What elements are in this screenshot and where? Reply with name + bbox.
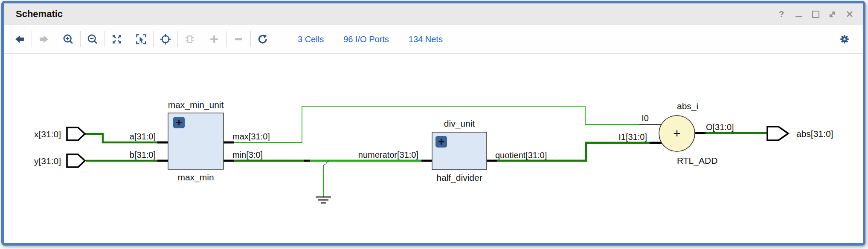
panel-title: Schematic	[4, 9, 63, 20]
gear-icon	[839, 34, 850, 45]
schematic-drawing: x[31:0] y[31:0] abs[31:0] + max_min_unit…	[4, 54, 863, 243]
schematic-canvas[interactable]: x[31:0] y[31:0] abs[31:0] + max_min_unit…	[4, 54, 863, 243]
port-abs[interactable]	[767, 127, 788, 140]
pin-a-label: a[31:0]	[130, 132, 156, 141]
nets-link[interactable]: 134 Nets	[409, 35, 443, 44]
minimize-icon	[795, 16, 802, 17]
toolbar-separator	[153, 31, 154, 47]
back-icon	[14, 33, 26, 45]
toolbar-separator	[177, 31, 178, 47]
port-y[interactable]	[67, 154, 85, 167]
autofit-button[interactable]	[156, 29, 175, 49]
gnd-ripper	[323, 161, 328, 166]
pin-min-label: min[3:0]	[232, 150, 263, 159]
expand-cone-button[interactable]	[180, 29, 200, 49]
minus-icon	[232, 33, 244, 45]
toolbar-separator	[202, 31, 202, 47]
expand-button-max-min[interactable]: +	[173, 116, 185, 128]
float-icon	[828, 9, 837, 19]
pin-i0-label: I0	[642, 113, 649, 123]
port-x-label: x[31:0]	[34, 129, 61, 139]
pin-quotient-label: quotient[31:0]	[495, 151, 547, 160]
zoom-fit-icon	[111, 33, 123, 45]
chip-icon	[184, 33, 196, 45]
zoom-selection-icon	[135, 33, 147, 45]
float-button[interactable]	[827, 9, 838, 20]
toolbar-separator	[80, 31, 81, 47]
cell-abs-i-type: RTL_ADD	[677, 156, 717, 166]
schematic-window: Schematic ?	[1, 1, 865, 246]
close-icon	[845, 10, 854, 18]
toolbar-separator	[56, 31, 56, 47]
cell-max-min-name: max_min	[177, 172, 214, 182]
expand-plus-icon: +	[176, 116, 182, 128]
toolbar-separator	[129, 31, 129, 47]
cell-abs-i-name: abs_i	[677, 101, 698, 111]
close-button[interactable]	[844, 9, 855, 20]
zoom-out-icon	[87, 33, 99, 45]
port-y-label: y[31:0]	[34, 156, 61, 166]
add-button[interactable]	[204, 29, 224, 49]
settings-button[interactable]	[835, 29, 854, 49]
maximize-button[interactable]	[810, 9, 821, 20]
toolbar-separator	[275, 31, 275, 47]
cell-half-divider-type: div_unit	[444, 119, 475, 129]
cell-max-min-type: max_min_unit	[168, 100, 224, 110]
maximize-icon	[812, 11, 819, 18]
pin-i1-label: I1[31:0]	[618, 132, 647, 142]
toolbar-separator	[105, 31, 105, 47]
ground-symbol	[316, 197, 331, 203]
title-bar: Schematic ?	[4, 3, 863, 25]
toolbar-separator	[250, 31, 251, 47]
io-ports-link[interactable]: 96 I/O Ports	[343, 35, 389, 44]
toolbar-separator	[32, 31, 32, 47]
zoom-in-button[interactable]	[58, 29, 78, 49]
zoom-fit-button[interactable]	[107, 29, 127, 49]
toolbar-separator	[226, 31, 226, 47]
forward-button[interactable]	[34, 29, 54, 49]
expand-button-half-divider[interactable]: +	[435, 136, 447, 148]
cells-link[interactable]: 3 Cells	[298, 35, 324, 44]
design-stats: 3 Cells 96 I/O Ports 134 Nets	[298, 35, 443, 44]
expand-plus-icon: +	[438, 136, 444, 148]
back-button[interactable]	[10, 29, 29, 49]
refresh-icon	[257, 33, 269, 45]
remove-button[interactable]	[229, 29, 248, 49]
pin-numerator-label: numerator[31:0]	[358, 150, 418, 159]
forward-icon	[38, 33, 50, 45]
pin-o-label: O[31:0]	[706, 122, 734, 132]
window-controls: ?	[776, 9, 863, 20]
crosshair-icon	[160, 33, 171, 45]
plus-icon	[208, 33, 220, 45]
pin-b-label: b[31:0]	[130, 150, 156, 159]
zoom-in-icon	[62, 33, 74, 45]
minimize-button[interactable]	[793, 9, 804, 20]
zoom-selection-button[interactable]	[131, 29, 151, 49]
port-abs-label: abs[31:0]	[796, 129, 833, 139]
cell-half-divider-name: half_divider	[436, 173, 482, 183]
adder-plus-symbol: +	[673, 126, 681, 140]
port-x[interactable]	[67, 127, 85, 140]
refresh-button[interactable]	[253, 29, 273, 49]
zoom-out-button[interactable]	[83, 29, 102, 49]
help-button[interactable]: ?	[776, 9, 787, 20]
toolbar: 3 Cells 96 I/O Ports 134 Nets	[4, 25, 863, 54]
pin-max-label: max[31:0]	[232, 132, 270, 141]
